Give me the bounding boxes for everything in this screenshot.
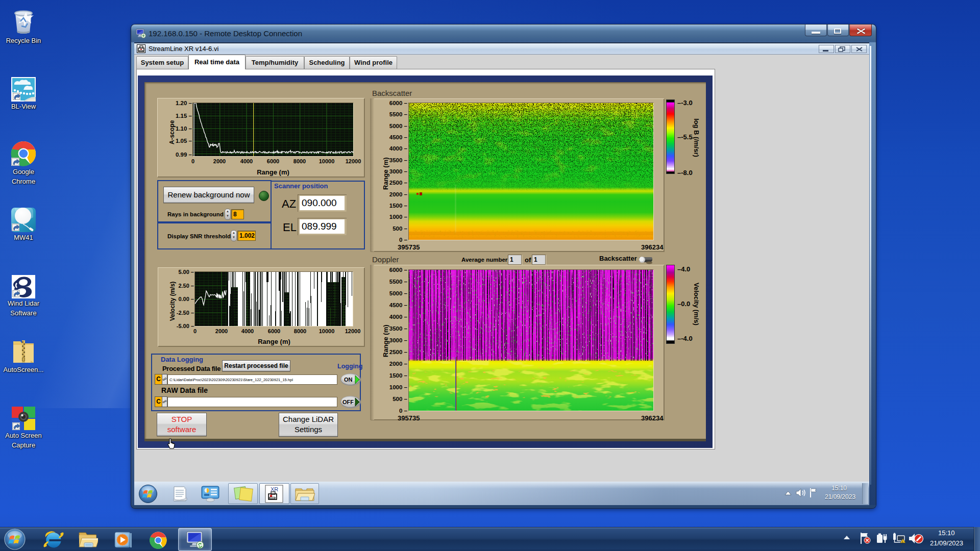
svg-text:!: ! (902, 540, 903, 543)
svg-text:ON: ON (344, 377, 353, 383)
svg-text:OFF: OFF (342, 399, 354, 405)
svg-text:XR: XR (271, 486, 278, 492)
